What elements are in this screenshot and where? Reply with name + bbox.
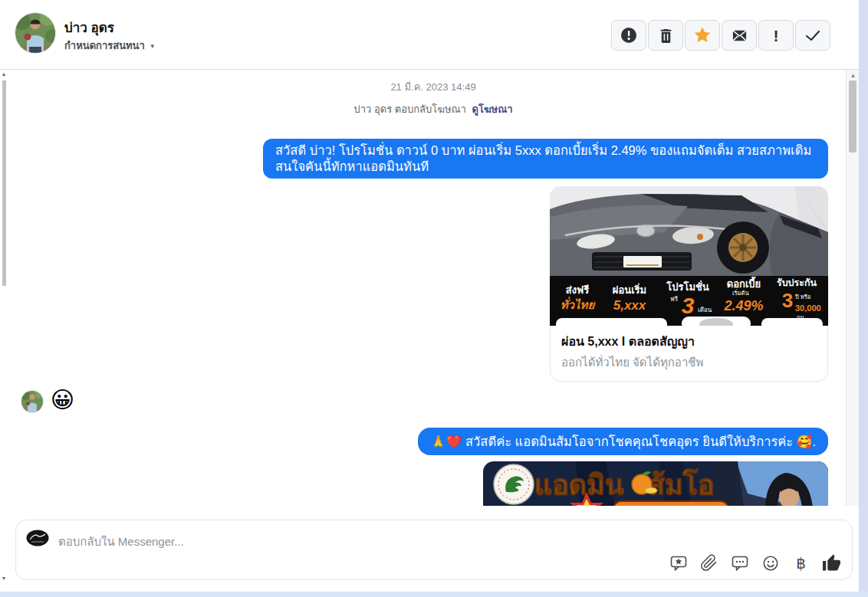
trash-icon bbox=[657, 27, 675, 44]
report-icon bbox=[620, 26, 638, 44]
composer-icons: ฿ bbox=[669, 553, 841, 572]
scroll-down-icon[interactable]: ▼ bbox=[0, 576, 8, 581]
emoji-button[interactable] bbox=[761, 553, 780, 572]
overlay-installment-label: ผ่อนเริ่ม bbox=[613, 283, 646, 296]
avatar-photo bbox=[15, 13, 55, 53]
date-header: 21 มี.ค. 2023 14:49 bbox=[8, 79, 859, 95]
page-scrollbar-left[interactable]: ▲ ▼ bbox=[0, 70, 8, 588]
ad-card-title: ผ่อน 5,xxx I ตลอดสัญญา bbox=[561, 332, 817, 351]
scroll-up-icon[interactable]: ▲ bbox=[847, 72, 859, 79]
overlay-warranty-value: 3 bbox=[782, 289, 793, 312]
overlay-warranty-unit: ปี หรือ bbox=[794, 294, 810, 300]
contact-avatar[interactable] bbox=[15, 13, 55, 53]
exclamation-icon: ! bbox=[774, 28, 779, 44]
banner-text-admin: แอดมิน bbox=[534, 469, 624, 500]
contact-name: บ่าว อุดร bbox=[64, 17, 114, 38]
messenger-inbox-window: บ่าว อุดร กำหนดการสนทนา ▼ bbox=[0, 0, 868, 597]
banner-text-name: ส้มโอ bbox=[648, 468, 715, 500]
overlay-warranty-km: 30,000 bbox=[795, 303, 821, 313]
thumbs-up-icon bbox=[822, 553, 841, 573]
overlay-promo-unit: เดือน bbox=[698, 307, 712, 313]
comment-dots-icon bbox=[731, 554, 749, 572]
overlay-interest-label: ดอกเบี้ย bbox=[727, 276, 761, 290]
chevron-down-icon: ▼ bbox=[150, 43, 156, 50]
overlay-promo-value: 3 bbox=[682, 293, 695, 318]
mark-done-button[interactable] bbox=[795, 20, 830, 51]
scroll-up-icon[interactable]: ▲ bbox=[0, 71, 8, 77]
like-button[interactable] bbox=[822, 553, 841, 572]
chat-scrollbar[interactable]: ▲ bbox=[846, 70, 859, 506]
conversation-label-dropdown[interactable]: กำหนดการสนทนา ▼ bbox=[64, 38, 156, 54]
message-bubble-outgoing[interactable]: 🙏❤️ สวัสดีค่ะ แอดมินส้มโอจากโชคคุณโชคอุด… bbox=[418, 428, 828, 455]
payment-button[interactable]: ฿ bbox=[791, 553, 810, 572]
mark-unread-icon bbox=[731, 27, 748, 44]
attach-file-button[interactable] bbox=[699, 553, 718, 572]
baht-icon: ฿ bbox=[796, 556, 806, 571]
paperclip-icon bbox=[700, 554, 718, 572]
check-icon bbox=[804, 26, 822, 44]
conversation-header: บ่าว อุดร กำหนดการสนทนา ▼ bbox=[0, 0, 859, 70]
message-bubble-outgoing[interactable]: สวัสดี บ่าว! โปรโมชั่น ดาวน์ 0 บาท ผ่อนเ… bbox=[263, 139, 828, 179]
car-ad-attachment[interactable]: ส่งฟรี ทั่วไทย ผ่อนเริ่ม 5,xxx โปรโมชั่น… bbox=[550, 186, 828, 382]
mark-unread-button[interactable] bbox=[722, 20, 757, 51]
header-actions: ! bbox=[611, 20, 830, 51]
overlay-warranty-label: รับประกัน bbox=[777, 277, 817, 288]
overlay-interest-from: เริ่มต้น bbox=[732, 289, 749, 297]
ad-card[interactable]: ผ่อน 5,xxx I ตลอดสัญญา ออกได้ทั่วไทย จัด… bbox=[550, 326, 828, 382]
page-scrollbar-thumb[interactable] bbox=[2, 80, 6, 286]
message-actions-button[interactable] bbox=[730, 553, 749, 572]
conversation-pane: 21 มี.ค. 2023 14:49 บ่าว อุดร ตอบกลับโฆษ… bbox=[8, 70, 859, 506]
star-icon bbox=[692, 25, 712, 45]
ad-reply-note: บ่าว อุดร ตอบกลับโฆษณา ดูโฆษณา bbox=[8, 101, 859, 117]
overlay-promo-free: ฟรี bbox=[670, 296, 679, 303]
overlay-shipping-value: ทั่วไทย bbox=[561, 297, 596, 311]
avatar-photo-small bbox=[21, 391, 43, 412]
reply-input[interactable]: ตอบกลับใน Messenger... bbox=[58, 533, 184, 551]
saved-reply-icon bbox=[669, 554, 688, 572]
overlay-interest-value: 2.49% bbox=[723, 298, 763, 313]
conversation-label: กำหนดการสนทนา bbox=[64, 38, 145, 54]
flag-exclamation-button[interactable]: ! bbox=[758, 20, 794, 51]
contact-avatar-small bbox=[21, 391, 43, 412]
star-button[interactable] bbox=[685, 20, 720, 51]
overlay-promo-label: โปรโมชั่น bbox=[666, 280, 709, 293]
ad-reply-text: บ่าว อุดร ตอบกลับโฆษณา bbox=[353, 103, 465, 115]
delete-button[interactable] bbox=[648, 20, 683, 51]
report-button[interactable] bbox=[611, 20, 646, 51]
reply-composer[interactable]: ตอบกลับใน Messenger... bbox=[15, 520, 853, 580]
saved-replies-button[interactable] bbox=[669, 553, 688, 572]
view-ad-link[interactable]: ดูโฆษณา bbox=[472, 103, 513, 115]
window-right-edge bbox=[859, 0, 868, 597]
ad-card-subtitle: ออกได้ทั่วไทย จัดได้ทุกอาชีพ bbox=[561, 353, 817, 372]
page-logo bbox=[26, 530, 49, 546]
overlay-installment-value: 5,xxx bbox=[613, 298, 647, 313]
window-bottom-edge bbox=[0, 592, 868, 597]
admin-banner-art: แอดมิน ส้มโอ bbox=[483, 461, 828, 506]
car-ad-image: ส่งฟรี ทั่วไทย ผ่อนเริ่ม 5,xxx โปรโมชั่น… bbox=[550, 186, 828, 326]
smiley-icon bbox=[761, 554, 780, 572]
message-emoji[interactable]: 😀 bbox=[51, 387, 74, 413]
chat-scrollbar-thumb[interactable] bbox=[849, 80, 856, 153]
overlay-shipping-label: ส่งฟรี bbox=[566, 284, 589, 296]
admin-banner-image[interactable]: แอดมิน ส้มโอ bbox=[483, 461, 828, 506]
